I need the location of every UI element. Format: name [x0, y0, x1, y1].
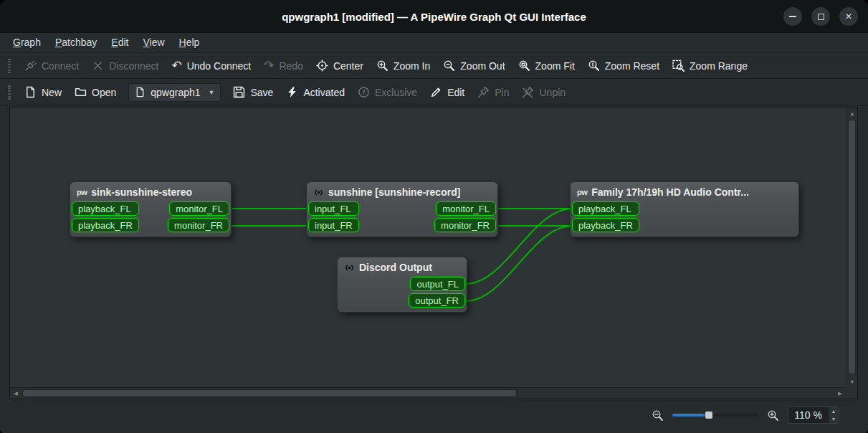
zoom-out-button[interactable]: Zoom Out	[437, 56, 511, 75]
scroll-right-arrow[interactable]: ▶	[834, 388, 846, 399]
node-header: pw sink-sunshine-stereo	[70, 182, 231, 201]
toolbar-drag-handle[interactable]	[8, 85, 11, 100]
zoom-fit-label: Zoom Fit	[535, 60, 575, 72]
zoom-spinbox[interactable]: 110 % ▲ ▼	[788, 406, 839, 424]
menu-graph[interactable]: Graph	[6, 33, 48, 52]
disconnect-label: Disconnect	[109, 60, 158, 72]
toolbar-drag-handle[interactable]	[8, 59, 11, 73]
node-family-hd-audio[interactable]: pw Family 17h/19h HD Audio Contr... play…	[570, 181, 799, 237]
scroll-left-arrow[interactable]: ◀	[10, 388, 22, 399]
titlebar[interactable]: qpwgraph1 [modified] — A PipeWire Graph …	[0, 0, 868, 33]
undo-connect-button[interactable]: ↶ Undo Connect	[165, 56, 257, 75]
ports-row: output_FL output_FR	[338, 276, 467, 312]
vertical-scrollbar[interactable]: ▲ ▼	[846, 108, 857, 387]
spin-buttons: ▲ ▼	[828, 407, 839, 423]
zoom-fit-icon	[518, 60, 530, 72]
connect-label: Connect	[42, 60, 79, 72]
toolbar-patchbay: New Open qpwgraph1 ▼ Save Activate	[0, 79, 868, 106]
zoom-slider-handle[interactable]	[705, 411, 713, 419]
scroll-down-arrow[interactable]: ▼	[846, 376, 858, 387]
ports-row: playback_FL playback_FR	[571, 201, 798, 237]
maximize-button[interactable]	[811, 7, 830, 26]
close-icon: ✕	[845, 11, 852, 22]
edit-label: Edit	[447, 87, 464, 98]
edit-button[interactable]: Edit	[424, 82, 471, 102]
unpin-icon	[522, 86, 534, 98]
horizontal-scrollbar-thumb[interactable]	[22, 389, 517, 397]
connect-button[interactable]: Connect	[18, 56, 85, 75]
graph-view-frame: pw sink-sunshine-stereo playback_FL play…	[9, 107, 858, 399]
new-button[interactable]: New	[18, 82, 68, 102]
vertical-scrollbar-thumb[interactable]	[848, 120, 856, 374]
center-button[interactable]: Center	[310, 56, 370, 75]
zoom-fit-button[interactable]: Zoom Fit	[512, 56, 581, 75]
port-output-fr[interactable]: output_FR	[409, 293, 465, 308]
port-output-fl[interactable]: output_FL	[410, 277, 465, 291]
port-monitor-fr[interactable]: monitor_FR	[168, 218, 229, 232]
port-playback-fl[interactable]: playback_FL	[572, 201, 639, 216]
lightning-icon	[286, 86, 298, 98]
maximize-icon	[818, 14, 824, 20]
node-sunshine[interactable]: sunshine [sunshine-record] input_FL inpu…	[306, 181, 498, 237]
zoom-spin-down[interactable]: ▼	[829, 415, 839, 423]
zoom-slider-track[interactable]	[672, 414, 758, 417]
menu-help[interactable]: Help	[172, 33, 207, 52]
port-monitor-fl[interactable]: monitor_FL	[169, 201, 229, 216]
activated-button[interactable]: Activated	[280, 82, 351, 102]
menu-view[interactable]: View	[135, 33, 171, 52]
port-monitor-fl[interactable]: monitor_FL	[436, 201, 496, 216]
menu-edit[interactable]: Edit	[104, 33, 135, 52]
minimize-button[interactable]	[783, 7, 802, 26]
zoom-in-label: Zoom In	[394, 60, 430, 72]
file-icon	[135, 87, 146, 97]
open-button[interactable]: Open	[68, 82, 123, 102]
port-input-fl[interactable]: input_FL	[308, 201, 359, 216]
port-playback-fr[interactable]: playback_FR	[572, 218, 639, 232]
open-label: Open	[92, 87, 116, 98]
port-monitor-fr[interactable]: monitor_FR	[434, 218, 496, 232]
zoom-reset-icon	[588, 60, 600, 72]
node-sink-sunshine-stereo[interactable]: pw sink-sunshine-stereo playback_FL play…	[70, 181, 232, 237]
close-button[interactable]: ✕	[839, 7, 858, 26]
zoom-out-icon[interactable]	[652, 409, 664, 422]
port-playback-fl[interactable]: playback_FL	[72, 201, 139, 216]
menu-patchbay[interactable]: Patchbay	[48, 33, 104, 52]
zoom-slider[interactable]	[672, 409, 758, 421]
horizontal-scrollbar[interactable]: ◀ ▶	[10, 387, 846, 399]
node-header: sunshine [sunshine-record]	[307, 182, 497, 201]
zoom-reset-button[interactable]: Zoom Reset	[581, 56, 666, 75]
pin-button[interactable]: Pin	[471, 82, 515, 102]
record-icon	[313, 187, 324, 198]
node-discord-output[interactable]: Discord Output output_FL output_FR	[337, 257, 467, 313]
exclusive-button[interactable]: f Exclusive	[351, 82, 424, 102]
redo-icon: ↷	[264, 60, 274, 72]
zoom-reset-label: Zoom Reset	[605, 60, 659, 72]
save-icon	[233, 86, 245, 98]
minimize-icon	[789, 16, 796, 17]
zoom-range-icon	[672, 60, 685, 72]
port-input-fr[interactable]: input_FR	[308, 218, 359, 232]
window-controls: ✕	[783, 7, 858, 26]
chevron-down-icon: ▼	[209, 89, 215, 96]
zoom-spin-up[interactable]: ▲	[829, 407, 839, 415]
ports-row: playback_FL playback_FR monitor_FL monit…	[70, 201, 231, 237]
redo-button[interactable]: ↷ Redo	[257, 56, 310, 75]
graph-canvas[interactable]: pw sink-sunshine-stereo playback_FL play…	[10, 108, 846, 387]
menubar: Graph Patchbay Edit View Help	[0, 33, 868, 53]
zoom-in-button[interactable]: Zoom In	[370, 56, 437, 75]
port-playback-fr[interactable]: playback_FR	[72, 218, 139, 232]
node-title: Discord Output	[359, 262, 432, 273]
center-icon	[316, 60, 328, 72]
node-header: Discord Output	[338, 257, 467, 276]
disconnect-button[interactable]: Disconnect	[85, 56, 165, 75]
undo-connect-label: Undo Connect	[187, 60, 252, 72]
new-file-icon	[24, 86, 37, 98]
patchbay-file-value: qpwgraph1	[151, 87, 200, 98]
zoom-range-button[interactable]: Zoom Range	[666, 56, 754, 75]
patchbay-file-combobox[interactable]: qpwgraph1 ▼	[128, 83, 221, 102]
unpin-button[interactable]: Unpin	[515, 82, 572, 102]
zoom-in-icon[interactable]	[767, 409, 779, 422]
save-button[interactable]: Save	[226, 82, 280, 102]
zoom-out-label: Zoom Out	[460, 60, 505, 72]
scroll-up-arrow[interactable]: ▲	[846, 108, 858, 119]
